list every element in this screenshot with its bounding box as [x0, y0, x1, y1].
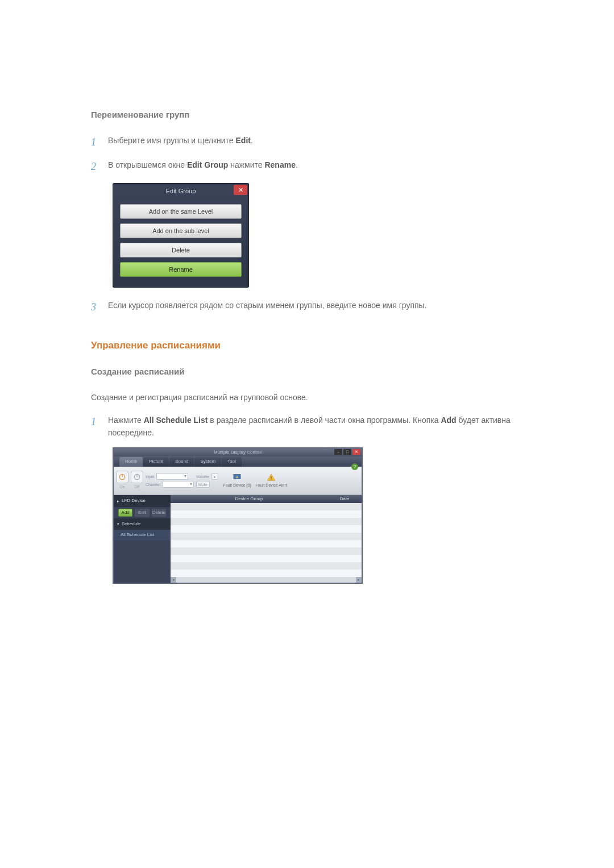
sidebar-schedule[interactable]: ▾Schedule: [114, 518, 171, 530]
table-row: [171, 562, 362, 570]
scroll-left-button[interactable]: ◂: [171, 577, 176, 583]
tab-sound[interactable]: Sound: [169, 457, 194, 467]
add-button[interactable]: Add: [118, 509, 132, 517]
mdc-sidebar: ▸LFD Device Add Edit Delete ▾Schedule Al…: [114, 495, 171, 583]
power-off-button[interactable]: [131, 471, 143, 483]
horizontal-scrollbar[interactable]: ◂ ▸: [171, 577, 362, 583]
window-close-button[interactable]: ✕: [352, 449, 360, 455]
table-row: [171, 555, 362, 562]
window-min-button[interactable]: –: [334, 449, 342, 455]
step1-post: .: [251, 136, 253, 145]
power-on-label: On: [116, 484, 128, 490]
s1-bold-allschedule: All Schedule List: [144, 416, 208, 425]
window-max-button[interactable]: □: [343, 449, 351, 455]
toolbar-actions: Add Edit Delete: [114, 507, 171, 518]
sched-step1-text: Нажмите All Schedule List в разделе расп…: [108, 414, 523, 439]
mdc-title: Multiple Display Control: [214, 450, 262, 455]
step2-bold-rename: Rename: [264, 160, 295, 169]
sched-step-number-1: 1: [91, 414, 108, 430]
table-row: [171, 540, 362, 547]
channel-label: Channel: [146, 481, 160, 488]
tab-home[interactable]: Home: [119, 457, 143, 467]
rename-button[interactable]: Rename: [120, 262, 242, 277]
tree-expanded-icon: ▾: [117, 521, 119, 527]
table-row: [171, 525, 362, 533]
mute-button[interactable]: Mute: [196, 481, 210, 488]
add-same-level-button[interactable]: Add on the same Level: [120, 204, 242, 219]
fault-device-indicator[interactable]: Fault Device (0): [223, 473, 251, 488]
sidebar-all-schedule-list[interactable]: All Schedule List: [114, 530, 171, 541]
col-device-group: Device Group: [171, 495, 327, 503]
step2-text: В открывшемся окне Edit Group нажмите Re…: [108, 159, 523, 171]
step-number-1: 1: [91, 134, 108, 151]
tab-tool[interactable]: Tool: [222, 457, 242, 467]
step1-text: Выберите имя группы и щелкните Edit.: [108, 134, 523, 147]
volume-label: Volume: [196, 474, 209, 480]
help-button[interactable]: ?: [351, 463, 358, 470]
step1-bold-edit: Edit: [236, 136, 251, 145]
para-create-schedules: Создание и регистрация расписаний на гру…: [91, 391, 523, 404]
input-select[interactable]: [156, 473, 188, 480]
edit-group-dialog: Edit Group ✕ Add on the same Level Add o…: [113, 183, 249, 288]
heading-schedules: Управление расписаниями: [91, 338, 523, 353]
step2-pre: В открывшемся окне: [108, 160, 187, 169]
s1-pre: Нажмите: [108, 416, 144, 425]
fault-device-label: Fault Device (0): [223, 482, 251, 488]
add-sub-level-button[interactable]: Add on the sub level: [120, 223, 242, 238]
scroll-track[interactable]: [176, 577, 356, 583]
scroll-right-button[interactable]: ▸: [356, 577, 362, 583]
power-on-icon: [118, 473, 126, 481]
mdc-tabs: Home Picture Sound System Tool: [114, 456, 362, 467]
table-row: [171, 503, 362, 510]
step-number-2: 2: [91, 159, 108, 175]
step2-mid: нажмите: [228, 160, 264, 169]
s1-mid: в разделе расписаний в левой части окна …: [208, 416, 441, 425]
power-off-icon: [133, 473, 141, 481]
mdc-window: Multiple Display Control – □ ✕ ? Home Pi…: [113, 447, 363, 584]
table-row: [171, 570, 362, 577]
delete-button[interactable]: Delete: [120, 243, 242, 258]
edit-button[interactable]: Edit: [135, 509, 149, 517]
input-label: Input: [146, 474, 155, 480]
tab-picture[interactable]: Picture: [143, 457, 169, 467]
dialog-title: Edit Group: [166, 186, 196, 197]
step2-post: .: [296, 160, 298, 169]
mdc-titlebar: Multiple Display Control – □ ✕: [114, 448, 362, 456]
table-row: [171, 518, 362, 525]
table-row: [171, 547, 362, 555]
fault-alert-indicator[interactable]: Fault Device Alert: [256, 473, 287, 488]
table-row: [171, 533, 362, 540]
schedule-label: Schedule: [122, 521, 140, 528]
step-number-3: 3: [91, 299, 108, 315]
mdc-main: Device Group Date ◂ ▸: [171, 495, 362, 583]
dialog-close-button[interactable]: ✕: [234, 185, 247, 195]
grid-header: Device Group Date: [171, 495, 362, 503]
step1-pre: Выберите имя группы и щелкните: [108, 136, 236, 145]
step2-bold-editgroup: Edit Group: [187, 160, 228, 169]
delete-action-button[interactable]: Delete: [152, 509, 166, 517]
power-off-label: Off: [131, 484, 143, 490]
lfd-device-label: LFD Device: [122, 497, 146, 505]
dialog-titlebar: Edit Group ✕: [113, 184, 248, 200]
monitor-warn-icon: [233, 473, 242, 482]
sidebar-lfd-device[interactable]: ▸LFD Device: [114, 495, 171, 507]
tree-collapsed-icon: ▸: [117, 498, 119, 504]
step3-text: Если курсор появляется рядом со старым и…: [108, 299, 523, 312]
tab-system[interactable]: System: [194, 457, 221, 467]
warning-icon: [267, 473, 276, 482]
col-date: Date: [327, 495, 362, 503]
channel-select[interactable]: [162, 481, 194, 488]
svg-point-8: [271, 479, 272, 480]
grid-body[interactable]: [171, 503, 362, 577]
s1-bold-add: Add: [441, 416, 456, 425]
heading-rename-groups: Переименование групп: [91, 108, 523, 122]
volume-value[interactable]: ▸: [211, 473, 218, 480]
heading-create-schedules: Создание расписаний: [91, 365, 523, 379]
mdc-ribbon: On Off Input Channel Volume▸ Mute Fault …: [114, 467, 362, 495]
table-row: [171, 510, 362, 518]
fault-alert-label: Fault Device Alert: [256, 482, 287, 488]
power-on-button[interactable]: [116, 471, 128, 483]
